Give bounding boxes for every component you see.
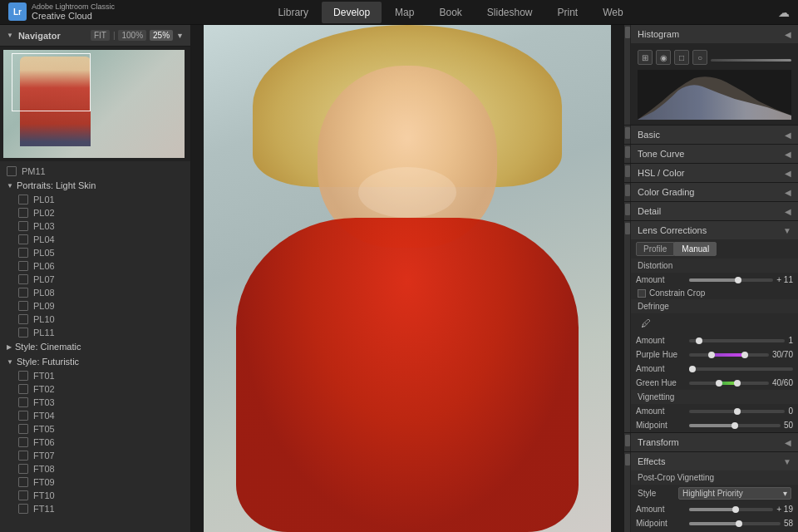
effects-amount-slider[interactable] (689, 508, 773, 511)
preset-icon (18, 221, 28, 231)
effects-midpoint-row: Midpoint 58 (631, 516, 798, 530)
preset-item-ft01[interactable]: FT01 (0, 369, 190, 382)
hist-tool-oval[interactable]: ○ (692, 50, 707, 65)
effects-midpoint-slider[interactable] (689, 522, 781, 525)
preset-group-portraits[interactable]: ▼ Portraits: Light Skin (0, 178, 190, 193)
preset-icon (18, 301, 28, 311)
vignetting-midpoint-slider[interactable] (689, 424, 781, 427)
preset-item-ft08[interactable]: FT08 (0, 462, 190, 475)
vignetting-amount-label: Amount (636, 406, 686, 416)
navigator-title: Navigator (18, 31, 86, 41)
distortion-amount-value: + 11 (776, 275, 793, 284)
preset-item-pl01[interactable]: PL01 (0, 193, 190, 206)
zoom-fit[interactable]: FIT (91, 30, 110, 41)
preset-item-pl03[interactable]: PL03 (0, 219, 190, 233)
preset-item-pl08[interactable]: PL08 (0, 286, 190, 299)
effects-header[interactable]: Effects ▼ (631, 452, 798, 470)
preset-icon (18, 424, 28, 434)
preset-item-pl10[interactable]: PL10 (0, 313, 190, 326)
basic-arrow: ◀ (785, 131, 791, 140)
nav-print[interactable]: Print (546, 2, 590, 23)
histogram-tools: ⊞ ◉ □ ○ (634, 47, 795, 68)
preset-item-ft09[interactable]: FT09 (0, 475, 190, 489)
detail-arrow: ◀ (785, 207, 791, 216)
lens-tab-row: Profile Manual (631, 239, 798, 259)
preset-icon (18, 274, 28, 284)
zoom-100[interactable]: 100% (118, 30, 146, 41)
preset-item-ft05[interactable]: FT05 (0, 422, 190, 436)
defringe-amount-slider[interactable] (689, 339, 785, 342)
preset-item-ft02[interactable]: FT02 (0, 382, 190, 396)
purple-hue-slider[interactable] (689, 353, 769, 357)
preset-item-pm11[interactable]: PM11 (0, 165, 190, 178)
hist-tool-circle[interactable]: ◉ (656, 50, 671, 65)
purple-hue-label: Purple Hue (636, 350, 686, 359)
preset-group-cinematic[interactable]: ▶ Style: Cinematic (0, 339, 190, 354)
zoom-dropdown-icon[interactable]: ▼ (176, 32, 184, 40)
preset-item-pl04[interactable]: PL04 (0, 233, 190, 246)
lens-tab-manual[interactable]: Manual (674, 242, 717, 256)
vignetting-amount-slider[interactable] (689, 410, 785, 413)
lens-tab-profile[interactable]: Profile (636, 242, 674, 256)
preset-item-ft11[interactable]: FT11 (0, 502, 190, 515)
transform-header[interactable]: Transform ◀ (631, 433, 798, 451)
lens-corrections-header[interactable]: Lens Corrections ▼ (631, 221, 798, 239)
color-grading-header[interactable]: Color Grading ◀ (631, 183, 798, 201)
style-dropdown[interactable]: Highlight Priority ▾ (678, 487, 791, 500)
preset-item-pl02[interactable]: PL02 (0, 206, 190, 219)
preset-item-ft06[interactable]: FT06 (0, 436, 190, 449)
lens-corrections-section: Lens Corrections ▼ Profile Manual Distor… (624, 221, 798, 433)
preset-item-ft07[interactable]: FT07 (0, 449, 190, 462)
preset-item-pl05[interactable]: PL05 (0, 246, 190, 259)
effects-title: Effects (638, 456, 665, 466)
effects-amount-value: + 19 (776, 505, 793, 514)
distortion-amount-slider[interactable] (689, 278, 773, 282)
transform-indicator (624, 433, 631, 451)
nav-book[interactable]: Book (427, 2, 473, 23)
preset-item-pl07[interactable]: PL07 (0, 273, 190, 286)
lrc-icon: Lr (8, 2, 27, 21)
preset-item-pl09[interactable]: PL09 (0, 299, 190, 313)
preset-item-pl06[interactable]: PL06 (0, 259, 190, 273)
navigator-header[interactable]: ▼ Navigator FIT | 100% 25% ▼ (0, 25, 190, 47)
histogram-arrow: ◀ (785, 30, 791, 39)
nav-slideshow[interactable]: Slideshow (475, 2, 544, 23)
defringe-amount-label: Amount (636, 336, 686, 345)
histogram-header[interactable]: Histogram ◀ (631, 25, 798, 43)
hist-tool-grid[interactable]: ⊞ (638, 50, 653, 65)
hsl-header[interactable]: HSL / Color ◀ (631, 164, 798, 182)
detail-header[interactable]: Detail ◀ (631, 202, 798, 220)
vignetting-amount-row: Amount 0 (631, 404, 798, 418)
tone-curve-content: Tone Curve ◀ (631, 145, 798, 163)
navigator-preview (0, 47, 190, 161)
green-hue-slider[interactable] (689, 382, 769, 385)
hsl-indicator (624, 164, 631, 182)
preset-item-ft10[interactable]: FT10 (0, 489, 190, 502)
hsl-arrow: ◀ (785, 169, 791, 178)
vignetting-header: Vignetting (631, 390, 798, 404)
eyedropper-icon[interactable]: 🖊 (636, 316, 656, 331)
nav-web[interactable]: Web (591, 2, 634, 23)
color-grading-title: Color Grading (638, 187, 694, 197)
nav-library[interactable]: Library (266, 2, 320, 23)
preset-group-futuristic[interactable]: ▼ Style: Futuristic (0, 354, 190, 369)
zoom-25[interactable]: 25% (150, 30, 173, 41)
nav-map[interactable]: Map (383, 2, 426, 23)
hist-tool-square[interactable]: □ (674, 50, 689, 65)
defringe-amount2-slider[interactable] (689, 367, 793, 371)
preset-item-ft04[interactable]: FT04 (0, 409, 190, 422)
defringe-amount2-row: Amount (631, 362, 798, 376)
nav-develop[interactable]: Develop (322, 2, 382, 23)
preset-icon (18, 195, 28, 204)
cloud-icon[interactable]: ☁ (778, 6, 790, 19)
constrain-crop-checkbox[interactable] (638, 289, 646, 298)
tone-curve-header[interactable]: Tone Curve ◀ (631, 145, 798, 163)
basic-header[interactable]: Basic ◀ (631, 126, 798, 144)
preset-icon (18, 328, 28, 337)
preset-item-pl11[interactable]: PL11 (0, 326, 190, 339)
photo-clothing (236, 218, 579, 532)
distortion-amount-row: Amount + 11 (631, 273, 798, 287)
basic-section: Basic ◀ (624, 126, 798, 145)
hist-tool-bar[interactable] (711, 50, 791, 65)
preset-item-ft03[interactable]: FT03 (0, 396, 190, 409)
